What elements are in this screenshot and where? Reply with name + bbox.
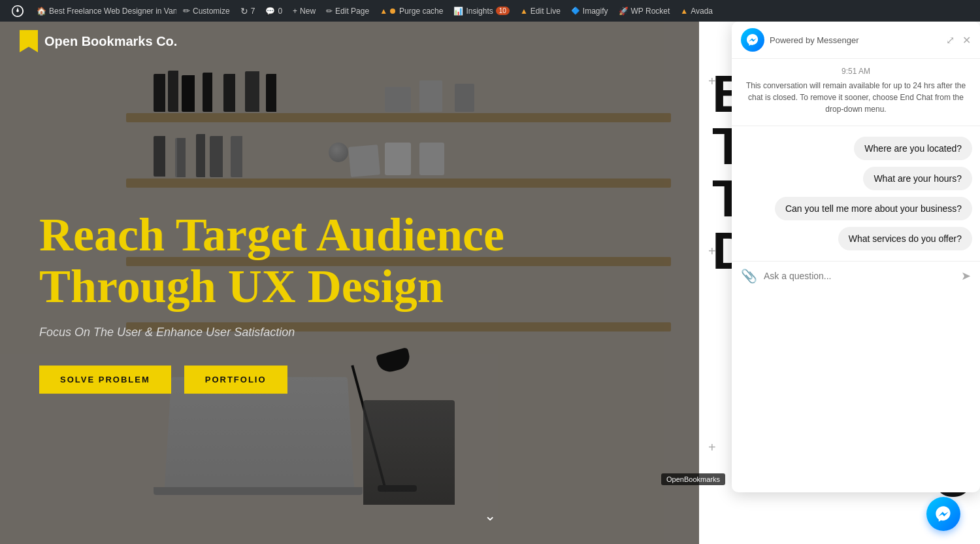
- edit-page-label: Edit Page: [335, 7, 369, 16]
- chat-bubble-2[interactable]: What are your hours?: [863, 167, 972, 190]
- new-plus-icon: +: [293, 7, 297, 16]
- edit-live-label: Edit Live: [531, 7, 561, 16]
- comments-count: 0: [278, 7, 282, 16]
- edit-page-icon: ✏: [326, 7, 333, 16]
- hero-buttons: SOLVE PROBLEM PORTFOLIO: [39, 366, 536, 394]
- cross-icon-top: +: [708, 74, 716, 89]
- insights-badge: 10: [496, 7, 510, 15]
- messenger-footer: 📎 ➤: [732, 261, 980, 290]
- customize-button[interactable]: ✏ Customize: [179, 0, 234, 22]
- wp-rocket-label: WP Rocket: [631, 7, 670, 16]
- wp-rocket-button[interactable]: 🚀 WP Rocket: [615, 0, 674, 22]
- site-logo[interactable]: Open Bookmarks Co.: [20, 30, 177, 52]
- chat-bubble-3[interactable]: Can you tell me more about your business…: [775, 197, 972, 220]
- imagify-label: Imagify: [583, 7, 608, 16]
- hero-subtext: Focus On The User & Enhance User Satisfa…: [39, 326, 536, 339]
- messenger-chat-body: Where are you located? What are your hou…: [732, 126, 980, 261]
- messenger-widget[interactable]: Powered by Messenger ⤢ ✕ 9:51 AM This co…: [732, 22, 980, 492]
- wp-rocket-icon: 🚀: [619, 7, 629, 16]
- site-name-button[interactable]: 🏠 Best Freelance Web Designer in Vancouv…: [33, 0, 176, 22]
- wp-logo-button[interactable]: [5, 0, 30, 22]
- messenger-fb-icon: [741, 28, 764, 52]
- avada-label: Avada: [691, 7, 713, 16]
- edit-live-icon: ▲: [520, 7, 528, 16]
- home-icon: 🏠: [37, 7, 46, 16]
- logo-bookmark-icon: [20, 30, 38, 52]
- messenger-input-field[interactable]: [764, 271, 955, 281]
- cross-icon-mid: +: [708, 244, 716, 259]
- fb-messenger-float-button[interactable]: [926, 497, 960, 531]
- chat-bubble-1[interactable]: Where are you located?: [854, 137, 972, 160]
- insights-label: Insights: [466, 7, 493, 16]
- chat-bubble-4[interactable]: What services do you offer?: [838, 227, 972, 250]
- customize-icon: ✏: [183, 6, 190, 16]
- messenger-time: 9:51 AM: [732, 59, 980, 80]
- new-label: New: [300, 7, 316, 16]
- orange-dot: [390, 8, 395, 14]
- updates-count: 7: [251, 7, 255, 16]
- messenger-header-icons: ⤢ ✕: [946, 34, 971, 46]
- messenger-info-text: This conversation will remain available …: [732, 80, 980, 126]
- scroll-down-arrow[interactable]: ⌄: [484, 507, 496, 524]
- close-icon[interactable]: ✕: [962, 34, 971, 46]
- messenger-send-button[interactable]: ➤: [961, 269, 971, 283]
- purge-cache-icon: ▲: [380, 7, 387, 16]
- imagify-icon: 🔷: [571, 7, 580, 15]
- attachment-icon[interactable]: 📎: [741, 268, 757, 284]
- comments-button[interactable]: 💬 0: [261, 0, 286, 22]
- admin-bar: 🏠 Best Freelance Web Designer in Vancouv…: [0, 0, 980, 22]
- open-bookmarks-overlay-label: OpenBookmarks: [661, 473, 725, 485]
- purge-cache-label: Purge cache: [399, 7, 443, 16]
- expand-icon[interactable]: ⤢: [946, 34, 955, 46]
- updates-icon: ↻: [240, 6, 248, 16]
- solve-problem-button[interactable]: SOLVE PROBLEM: [39, 366, 171, 394]
- avada-icon: ▲: [680, 7, 688, 16]
- avada-button[interactable]: ▲ Avada: [676, 0, 717, 22]
- edit-live-button[interactable]: ▲ Edit Live: [516, 0, 564, 22]
- messenger-header: Powered by Messenger ⤢ ✕: [732, 22, 980, 59]
- customize-label: Customize: [193, 7, 230, 16]
- hero-section: Reach Target Audience Through UX Design …: [39, 209, 536, 394]
- messenger-powered-text: Powered by Messenger: [770, 35, 859, 45]
- main-content: Open Bookmarks Co. Reach Target Audience…: [0, 22, 980, 544]
- cross-icon-bot: +: [708, 440, 716, 455]
- insights-button[interactable]: 📊 Insights 10: [449, 0, 513, 22]
- site-name-label: Best Freelance Web Designer in Vancouver…: [49, 7, 176, 16]
- purge-cache-button[interactable]: ▲ Purge cache: [376, 0, 447, 22]
- new-button[interactable]: + New: [289, 0, 319, 22]
- edit-page-button[interactable]: ✏ Edit Page: [322, 0, 373, 22]
- portfolio-button[interactable]: PORTFOLIO: [184, 366, 287, 394]
- updates-button[interactable]: ↻ 7: [237, 0, 259, 22]
- imagify-button[interactable]: 🔷 Imagify: [567, 0, 612, 22]
- comments-icon: 💬: [265, 7, 275, 16]
- insights-icon: 📊: [453, 7, 463, 16]
- logo-text: Open Bookmarks Co.: [44, 34, 177, 49]
- hero-headline: Reach Target Audience Through UX Design: [39, 209, 536, 313]
- messenger-powered-by: Powered by Messenger: [741, 28, 859, 52]
